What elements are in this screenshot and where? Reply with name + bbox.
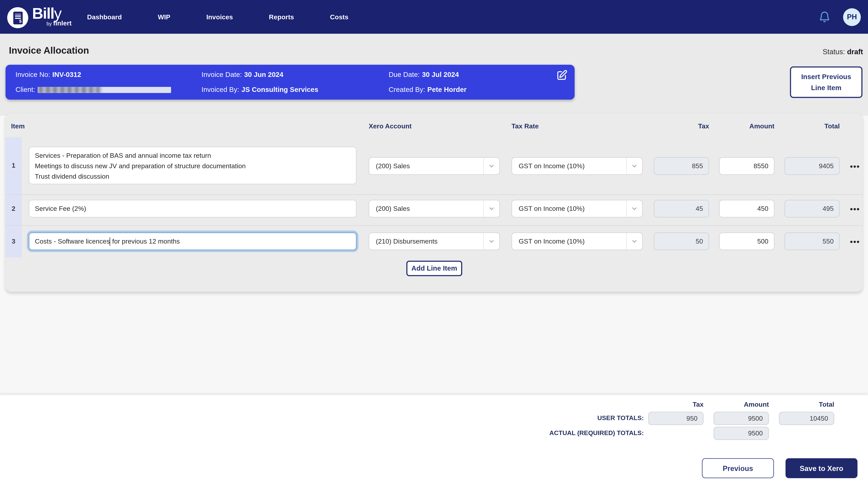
column-header-xero-account: Xero Account — [369, 122, 412, 130]
actual-totals-label: ACTUAL (REQUIRED) TOTALS: — [421, 429, 644, 436]
tax-rate-select[interactable]: GST on Income (10%) — [512, 232, 643, 250]
nav-item-reports[interactable]: Reports — [269, 13, 294, 21]
tax-rate-select[interactable]: GST on Income (10%) — [512, 157, 643, 175]
column-header-tax: Tax — [654, 122, 709, 130]
page-title: Invoice Allocation — [9, 45, 89, 56]
chevron-down-icon — [483, 158, 499, 174]
row-divider — [5, 194, 863, 195]
chevron-down-icon — [626, 233, 642, 250]
tax-input — [654, 232, 709, 250]
line-items-panel: Item Xero Account Tax Rate Tax Amount To… — [5, 114, 863, 292]
item-line: Trust dividend discussion — [35, 171, 350, 182]
insert-previous-line-item-button[interactable]: Insert Previous Line Item — [790, 66, 863, 98]
brand-byline: finlert — [53, 19, 72, 27]
item-line: Services - Preparation of BAS and annual… — [35, 151, 350, 161]
tax-input — [654, 200, 709, 218]
invoice-summary-card: Invoice No: INV-0312 Client: Invoice Dat… — [5, 65, 575, 100]
total-input — [784, 157, 840, 175]
invoice-date-label: Invoice Date: — [202, 71, 242, 78]
invoice-number-label: Invoice No: — [16, 71, 50, 78]
nav-menu: Dashboard WIP Invoices Reports Costs — [87, 13, 348, 21]
column-header-tax-rate: Tax Rate — [512, 122, 539, 130]
item-description-textarea[interactable]: Services - Preparation of BAS and annual… — [29, 147, 356, 184]
xero-account-select[interactable]: (210) Disbursements — [369, 232, 500, 250]
user-totals-label: USER TOTALS: — [421, 415, 644, 421]
chevron-down-icon — [626, 200, 642, 217]
item-text-before-caret: Costs - Software licences — [35, 237, 110, 245]
save-to-xero-button[interactable]: Save to Xero — [785, 458, 858, 478]
user-totals-amount — [714, 412, 769, 425]
previous-button[interactable]: Previous — [702, 458, 774, 478]
document-logo-icon: $ — [7, 7, 28, 28]
tax-rate-value: GST on Income (10%) — [519, 205, 585, 213]
row-number: 3 — [5, 237, 22, 245]
actual-totals-amount — [714, 427, 769, 440]
client-name-redacted — [38, 87, 171, 93]
created-by-value: Pete Horder — [427, 86, 467, 93]
avatar[interactable]: PH — [843, 8, 861, 26]
pencil-square-edit-icon[interactable] — [556, 69, 568, 82]
due-date-label: Due Date: — [389, 71, 420, 78]
ellipsis-menu-icon[interactable] — [847, 207, 862, 211]
invoiced-by-value: JS Consulting Services — [242, 86, 318, 93]
add-line-item-button[interactable]: Add Line Item — [406, 261, 462, 276]
tax-rate-value: GST on Income (10%) — [519, 162, 585, 170]
chevron-down-icon — [483, 233, 499, 250]
ellipsis-menu-icon[interactable] — [847, 239, 862, 244]
row-number: 2 — [5, 205, 22, 213]
column-header-total: Total — [784, 122, 840, 130]
xero-account-select[interactable]: (200) Sales — [369, 200, 500, 218]
client-label: Client: — [16, 86, 35, 93]
status-badge: Status: draft — [823, 47, 863, 56]
chevron-down-icon — [626, 158, 642, 174]
totals-header-tax: Tax — [648, 401, 704, 409]
created-by-label: Created By: — [389, 86, 425, 93]
brand-by: by — [46, 21, 52, 26]
totals-header-amount: Amount — [714, 401, 769, 409]
nav-item-dashboard[interactable]: Dashboard — [87, 13, 122, 21]
total-input — [784, 200, 840, 218]
brand-logo[interactable]: $ Billy by finlert — [7, 6, 72, 28]
tax-input — [654, 157, 709, 175]
total-input — [784, 232, 840, 250]
xero-account-select[interactable]: (200) Sales — [369, 157, 500, 175]
created-by: Created By: Pete Horder — [389, 85, 467, 94]
column-header-item: Item — [11, 122, 25, 130]
due-date: Due Date: 30 Jul 2024 — [389, 70, 467, 79]
item-description-input-focused[interactable]: Costs - Software licences for previous 1… — [29, 232, 356, 250]
item-text-after-caret: for previous 12 months — [111, 237, 180, 245]
nav-item-invoices[interactable]: Invoices — [206, 13, 233, 21]
invoiced-by: Invoiced By: JS Consulting Services — [202, 85, 318, 94]
brand-text: Billy by finlert — [32, 6, 72, 27]
amount-input[interactable] — [719, 200, 774, 218]
row-number: 1 — [5, 162, 22, 169]
xero-account-value: (200) Sales — [376, 205, 410, 213]
status-value: draft — [847, 47, 863, 56]
invoice-number-value: INV-0312 — [52, 71, 81, 78]
column-header-amount: Amount — [719, 122, 774, 130]
status-label: Status: — [823, 47, 845, 56]
tax-rate-select[interactable]: GST on Income (10%) — [512, 200, 643, 218]
user-totals-tax — [648, 412, 704, 425]
invoice-date-value: 30 Jun 2024 — [244, 71, 283, 78]
amount-input[interactable] — [719, 157, 774, 175]
user-totals-total — [779, 412, 834, 425]
bell-icon[interactable] — [818, 10, 831, 23]
tax-rate-value: GST on Income (10%) — [519, 237, 585, 245]
top-nav: $ Billy by finlert Dashboard WIP Invoice… — [0, 0, 868, 34]
invoice-allocation-page: $ Billy by finlert Dashboard WIP Invoice… — [0, 0, 868, 483]
due-date-value: 30 Jul 2024 — [422, 71, 459, 78]
amount-input[interactable] — [719, 232, 774, 250]
row-divider — [5, 225, 863, 226]
client: Client: — [16, 85, 172, 94]
nav-item-wip[interactable]: WIP — [158, 13, 170, 21]
item-line: Meetings to discuss new JV and preparati… — [35, 161, 350, 171]
item-description-input[interactable]: Service Fee (2%) — [29, 200, 356, 218]
chevron-down-icon — [483, 200, 499, 217]
invoice-date: Invoice Date: 30 Jun 2024 — [202, 70, 318, 79]
invoiced-by-label: Invoiced By: — [202, 86, 239, 93]
ellipsis-menu-icon[interactable] — [847, 164, 862, 169]
totals-header-total: Total — [779, 401, 834, 409]
nav-item-costs[interactable]: Costs — [330, 13, 348, 21]
xero-account-value: (210) Disbursements — [376, 237, 438, 245]
